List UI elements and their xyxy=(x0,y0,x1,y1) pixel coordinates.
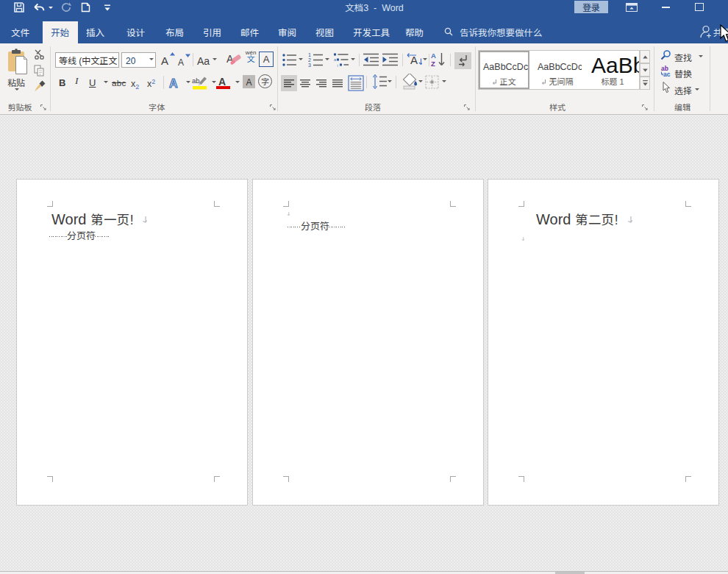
svg-text:a: a xyxy=(334,57,337,62)
svg-text:1: 1 xyxy=(308,52,311,57)
svg-text:i: i xyxy=(338,63,338,67)
svg-text:ac: ac xyxy=(663,71,671,77)
svg-text:Z: Z xyxy=(431,60,435,67)
svg-text:3: 3 xyxy=(308,63,311,67)
svg-text:A: A xyxy=(431,52,436,60)
svg-text:2: 2 xyxy=(308,57,311,63)
svg-text:ab: ab xyxy=(192,77,200,85)
